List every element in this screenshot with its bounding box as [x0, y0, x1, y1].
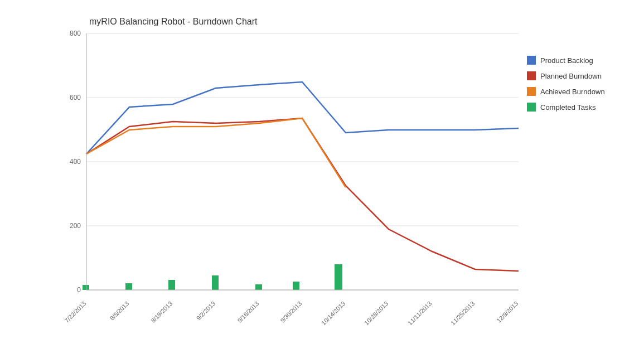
- svg-text:10/14/2013: 10/14/2013: [320, 300, 346, 326]
- bar-completed-4: [255, 284, 262, 290]
- svg-text:9/2/2013: 9/2/2013: [195, 300, 217, 322]
- svg-text:8/5/2013: 8/5/2013: [109, 300, 130, 322]
- svg-text:10/28/2013: 10/28/2013: [363, 300, 389, 326]
- bar-completed-3: [212, 275, 219, 290]
- bar-completed-2: [168, 280, 175, 290]
- svg-text:7/22/2013: 7/22/2013: [63, 300, 87, 324]
- svg-text:11/25/2013: 11/25/2013: [449, 300, 476, 326]
- svg-text:0: 0: [77, 286, 81, 294]
- svg-text:9/30/2013: 9/30/2013: [279, 300, 303, 324]
- chart-svg: 800 600 400 200 0 7/22/2013 8/5/2013 8/1…: [0, 0, 644, 363]
- svg-text:400: 400: [70, 158, 81, 166]
- bar-completed-0: [83, 285, 89, 290]
- svg-text:12/9/2013: 12/9/2013: [495, 300, 519, 324]
- svg-text:800: 800: [70, 30, 81, 37]
- svg-text:9/16/2013: 9/16/2013: [236, 300, 260, 324]
- bar-completed-1: [125, 283, 132, 290]
- chart-container: myRIO Balancing Robot - Burndown Chart P…: [0, 0, 644, 363]
- bar-completed-5: [293, 282, 299, 290]
- svg-text:200: 200: [70, 222, 81, 230]
- bar-completed-6: [335, 264, 342, 290]
- svg-text:8/19/2013: 8/19/2013: [149, 300, 173, 324]
- svg-text:11/11/2013: 11/11/2013: [406, 300, 433, 326]
- svg-text:600: 600: [70, 94, 81, 101]
